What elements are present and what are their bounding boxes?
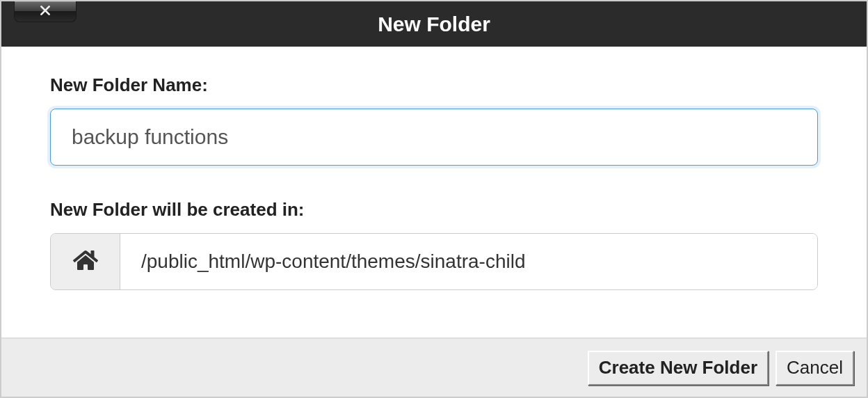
close-button[interactable] <box>14 1 77 22</box>
folder-name-input[interactable] <box>50 109 818 166</box>
cancel-button[interactable]: Cancel <box>775 351 854 385</box>
home-icon <box>73 248 98 276</box>
dialog-titlebar: New Folder <box>1 1 867 47</box>
home-icon-box <box>51 234 120 289</box>
folder-path-group: /public_html/wp-content/themes/sinatra-c… <box>50 233 818 290</box>
folder-name-label: New Folder Name: <box>50 74 818 96</box>
dialog-title: New Folder <box>378 13 490 36</box>
folder-path-value: /public_html/wp-content/themes/sinatra-c… <box>120 234 817 289</box>
folder-path-label: New Folder will be created in: <box>50 199 818 221</box>
create-new-folder-button[interactable]: Create New Folder <box>588 351 769 385</box>
close-icon <box>39 4 51 19</box>
dialog-footer: Create New Folder Cancel <box>1 337 867 397</box>
dialog-content: New Folder Name: New Folder will be crea… <box>1 47 867 311</box>
